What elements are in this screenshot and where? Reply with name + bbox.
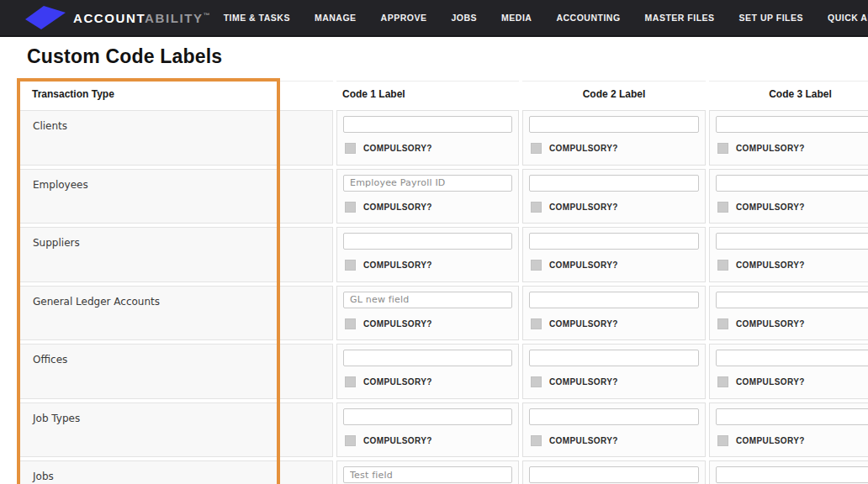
brand-logo[interactable]: ACCOUNTABILITY™ [24, 5, 210, 30]
column-header-code3-label: Code 3 Label [709, 81, 868, 107]
code1-input[interactable] [343, 350, 512, 366]
nav-item-set-up-files[interactable]: SET UP FILES [739, 13, 803, 23]
compulsory-checkbox[interactable] [345, 143, 356, 154]
compulsory-label: COMPULSORY? [549, 144, 618, 153]
code1-cell: COMPULSORY? [336, 169, 519, 224]
compulsory-checkbox[interactable] [345, 202, 356, 213]
compulsory-checkbox[interactable] [531, 143, 542, 154]
code2-cell: COMPULSORY? [522, 227, 706, 282]
compulsory-checkbox[interactable] [717, 202, 728, 213]
code3-cell: COMPULSORY? [709, 227, 868, 282]
code1-cell: COMPULSORY? [336, 110, 519, 166]
table-row-transaction-type-cell: Jobs [19, 460, 333, 484]
compulsory-label: COMPULSORY? [363, 260, 432, 270]
code2-input[interactable] [529, 175, 699, 192]
column-header-transaction-type: Transaction Type [19, 81, 333, 107]
code2-input[interactable] [529, 292, 699, 308]
nav-item-jobs[interactable]: JOBS [451, 13, 477, 23]
code3-cell: COMPULSORY? [709, 169, 868, 224]
transaction-type-label: General Ledger Accounts [19, 287, 332, 308]
transaction-type-label: Suppliers [19, 228, 332, 249]
code1-input[interactable] [343, 175, 512, 192]
top-nav-bar: ACCOUNTABILITY™ TIME & TASKSMANAGEAPPROV… [0, 0, 868, 37]
transaction-type-label: Job Types [19, 403, 332, 424]
code1-input[interactable] [343, 116, 512, 133]
code2-input[interactable] [529, 350, 699, 366]
compulsory-row: COMPULSORY? [531, 318, 699, 329]
compulsory-checkbox[interactable] [531, 435, 542, 446]
nav-item-manage[interactable]: MANAGE [315, 13, 357, 23]
code2-input[interactable] [529, 466, 699, 483]
table-row-transaction-type-cell: Offices [19, 344, 333, 399]
compulsory-label: COMPULSORY? [736, 144, 805, 153]
compulsory-row: COMPULSORY? [345, 376, 512, 387]
brand-diamond-icon [24, 5, 67, 30]
compulsory-checkbox[interactable] [717, 260, 728, 271]
compulsory-label: COMPULSORY? [736, 319, 805, 329]
compulsory-checkbox[interactable] [531, 318, 542, 329]
code2-input[interactable] [529, 233, 699, 250]
compulsory-checkbox[interactable] [717, 318, 728, 329]
code2-input[interactable] [529, 408, 699, 425]
compulsory-checkbox[interactable] [531, 260, 542, 271]
code1-cell: COMPULSORY? [336, 344, 519, 399]
compulsory-label: COMPULSORY? [363, 319, 432, 329]
table-row-transaction-type-cell: General Ledger Accounts [19, 286, 333, 341]
code1-input[interactable] [343, 292, 512, 308]
brand-name: ACCOUNTABILITY™ [73, 11, 210, 25]
compulsory-checkbox[interactable] [717, 143, 728, 154]
code3-input[interactable] [716, 350, 868, 366]
compulsory-row: COMPULSORY? [717, 376, 868, 387]
compulsory-label: COMPULSORY? [363, 203, 432, 212]
table-row-transaction-type-cell: Employees [19, 169, 333, 224]
compulsory-row: COMPULSORY? [345, 260, 512, 271]
nav-menu: TIME & TASKSMANAGEAPPROVEJOBSMEDIAACCOUN… [224, 13, 868, 23]
code3-cell: COMPULSORY? [709, 460, 868, 484]
compulsory-row: COMPULSORY? [717, 260, 868, 271]
transaction-type-label: Offices [19, 345, 332, 366]
code3-input[interactable] [716, 233, 868, 250]
code2-cell: COMPULSORY? [522, 460, 706, 484]
nav-item-master-files[interactable]: MASTER FILES [645, 13, 715, 23]
compulsory-checkbox[interactable] [531, 202, 542, 213]
code3-input[interactable] [716, 292, 868, 308]
compulsory-row: COMPULSORY? [345, 435, 512, 446]
transaction-type-label: Employees [19, 170, 332, 191]
nav-item-media[interactable]: MEDIA [501, 13, 532, 23]
code1-cell: COMPULSORY? [336, 402, 519, 458]
code1-input[interactable] [343, 233, 512, 250]
code3-input[interactable] [716, 408, 868, 425]
code3-input[interactable] [716, 466, 868, 483]
code3-input[interactable] [716, 175, 868, 192]
compulsory-label: COMPULSORY? [736, 260, 805, 270]
nav-item-time-tasks[interactable]: TIME & TASKS [224, 13, 290, 23]
code1-input[interactable] [343, 466, 512, 483]
code2-cell: COMPULSORY? [522, 169, 706, 224]
code3-cell: COMPULSORY? [709, 286, 868, 341]
nav-item-quick-add[interactable]: QUICK ADD [828, 13, 868, 23]
compulsory-checkbox[interactable] [345, 435, 356, 446]
code1-input[interactable] [343, 408, 512, 425]
compulsory-checkbox[interactable] [717, 376, 728, 387]
nav-item-accounting[interactable]: ACCOUNTING [556, 13, 620, 23]
compulsory-label: COMPULSORY? [736, 377, 805, 387]
compulsory-checkbox[interactable] [531, 376, 542, 387]
compulsory-checkbox[interactable] [717, 435, 728, 446]
compulsory-row: COMPULSORY? [531, 376, 699, 387]
code2-input[interactable] [529, 116, 699, 133]
nav-item-approve[interactable]: APPROVE [381, 13, 427, 23]
code3-cell: COMPULSORY? [709, 402, 868, 458]
compulsory-row: COMPULSORY? [345, 202, 512, 213]
compulsory-row: COMPULSORY? [531, 202, 699, 213]
code3-cell: COMPULSORY? [709, 110, 868, 166]
compulsory-label: COMPULSORY? [363, 144, 432, 153]
code3-cell: COMPULSORY? [709, 344, 868, 399]
brand-trademark: ™ [204, 12, 210, 19]
compulsory-checkbox[interactable] [345, 318, 356, 329]
code3-input[interactable] [716, 116, 868, 133]
code2-cell: COMPULSORY? [522, 344, 706, 399]
compulsory-row: COMPULSORY? [717, 143, 868, 154]
compulsory-checkbox[interactable] [345, 260, 356, 271]
compulsory-label: COMPULSORY? [549, 203, 618, 212]
compulsory-checkbox[interactable] [345, 376, 356, 387]
